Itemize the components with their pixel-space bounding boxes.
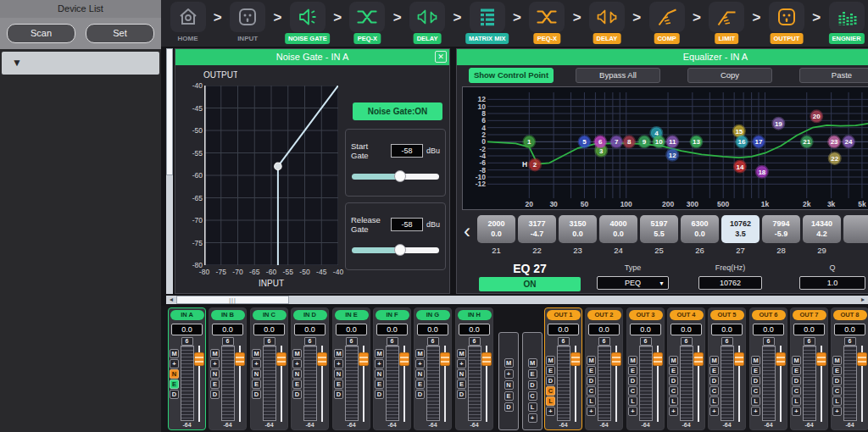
channel-button-e[interactable]: E — [546, 366, 555, 375]
toolbar-item-noise-gate[interactable]: NOISE GATE — [287, 2, 327, 47]
channel-button-d[interactable]: D — [210, 390, 220, 399]
channel-button-plus[interactable]: + — [334, 359, 343, 368]
channel-button-n[interactable]: N — [415, 369, 425, 379]
channel-button-d[interactable]: D — [375, 390, 384, 399]
channel-button-m[interactable]: M — [587, 356, 596, 365]
channel-gain-value[interactable]: 0.0 — [834, 324, 865, 335]
eq-band-cell-27[interactable]: 107623.5 — [721, 215, 760, 243]
channel-button-d[interactable]: D — [669, 376, 678, 385]
channel-button-m[interactable]: M — [628, 356, 637, 365]
eq-control-point-24[interactable]: 24 — [843, 136, 854, 147]
set-button[interactable]: Set — [86, 24, 154, 43]
eq-band-cell-29[interactable]: 143404.2 — [803, 215, 841, 243]
channel-button-e[interactable]: E — [210, 379, 220, 389]
fader-handle[interactable] — [359, 352, 369, 366]
toolbar-item-delay[interactable]: DELAY — [408, 2, 448, 47]
fader-handle[interactable] — [653, 352, 663, 366]
channel-button-d[interactable]: D — [709, 376, 719, 385]
eq-control-point-11[interactable]: 11 — [667, 136, 678, 147]
channel-strip-in-f[interactable]: IN F0.0M+NED6-64 — [373, 307, 411, 430]
channel-button-e[interactable]: E — [415, 379, 425, 389]
fader-handle[interactable] — [570, 352, 581, 366]
channel-button-m[interactable]: M — [415, 349, 425, 358]
channel-button-e[interactable]: E — [832, 366, 842, 375]
channel-button-m[interactable]: M — [170, 349, 179, 358]
channel-button-plus[interactable]: + — [375, 359, 384, 368]
fader-handle[interactable] — [317, 352, 327, 366]
noise-gate-power-button[interactable]: Noise Gate:ON — [353, 102, 442, 120]
eq-control-point-20[interactable]: 20 — [811, 111, 822, 122]
channel-button-plus[interactable]: + — [415, 359, 425, 368]
channel-gain-value[interactable]: 0.0 — [212, 324, 243, 335]
band-on-button[interactable]: ON — [479, 277, 581, 291]
channel-button-m[interactable]: M — [375, 349, 384, 358]
show-control-point-button[interactable]: Show Control Point — [469, 68, 554, 83]
channel-gain-value[interactable]: 0.0 — [793, 324, 825, 335]
channel-button-l[interactable]: L — [709, 396, 719, 406]
channel-button-c[interactable]: C — [751, 386, 760, 396]
master-button-e[interactable]: E — [528, 369, 537, 379]
toolbar-item-delay[interactable]: DELAY — [587, 2, 626, 47]
eq-control-point-18[interactable]: 18 — [756, 166, 767, 177]
channel-strip-in-e[interactable]: IN E0.0M+NED6-64 — [332, 307, 370, 430]
noise-gate-plot[interactable] — [204, 86, 338, 265]
eq-control-point-23[interactable]: 23 — [829, 136, 840, 147]
toolbar-item-output[interactable]: OUTPUT — [766, 2, 806, 47]
freq-field[interactable]: 10762 — [698, 276, 762, 290]
channel-gain-value[interactable]: 0.0 — [417, 324, 448, 335]
toolbar-item-peq-x[interactable]: PEQ-X — [527, 2, 567, 47]
channel-button-d[interactable]: D — [457, 390, 466, 399]
channel-button-m[interactable]: M — [457, 349, 466, 358]
channel-button-plus[interactable]: + — [709, 407, 719, 416]
bands-scroll-left-icon[interactable]: ‹ — [464, 219, 470, 244]
release-gate-slider[interactable] — [352, 247, 439, 253]
channel-button-e[interactable]: E — [375, 379, 384, 389]
channel-button-n[interactable]: N — [210, 369, 220, 379]
channel-button-e[interactable]: E — [709, 366, 719, 375]
master-button-plus[interactable]: + — [504, 369, 514, 379]
fader-handle[interactable] — [399, 352, 409, 366]
start-gate-value[interactable]: -58 — [391, 144, 423, 158]
eq-graph[interactable]: 121086420-2-4-6-8-10-12 1H23567894101112… — [462, 86, 868, 210]
channel-strip-in-d[interactable]: IN D0.0M+NED6-64 — [291, 307, 329, 430]
channel-strip-out-7[interactable]: OUT 70.0MEDCL+6-64 — [790, 307, 828, 430]
channel-button-c[interactable]: C — [709, 386, 719, 396]
eq-band-cell-23[interactable]: 31500.0 — [559, 215, 597, 243]
fader-handle[interactable] — [235, 352, 245, 366]
channel-strip-in-h[interactable]: IN H0.0M+NED6-64 — [455, 307, 493, 430]
eq-band-cell-24[interactable]: 40000.0 — [599, 215, 637, 243]
channel-strip-in-c[interactable]: IN C0.0M+NED6-64 — [250, 307, 288, 430]
fader-handle[interactable] — [857, 352, 867, 366]
channel-button-e[interactable]: E — [170, 379, 179, 389]
channel-gain-value[interactable]: 0.0 — [670, 324, 702, 335]
channel-button-plus[interactable]: + — [587, 407, 596, 416]
eq-control-point-9[interactable]: 9 — [639, 136, 650, 147]
scan-button[interactable]: Scan — [7, 24, 75, 43]
bypass-all-button[interactable]: Bypass All — [576, 68, 660, 83]
channel-button-plus[interactable]: + — [170, 359, 179, 368]
release-gate-slider-thumb[interactable] — [394, 244, 406, 256]
vertical-scrollbar-thumb[interactable] — [166, 48, 173, 175]
fader-handle[interactable] — [481, 352, 492, 366]
channel-button-plus[interactable]: + — [210, 359, 220, 368]
eq-band-cell[interactable] — [843, 215, 868, 243]
channel-button-d[interactable]: D — [628, 376, 637, 385]
channel-button-d[interactable]: D — [587, 376, 596, 385]
channel-button-n[interactable]: N — [292, 369, 302, 379]
eq-control-point-21[interactable]: 21 — [801, 136, 812, 147]
channel-strip-in-g[interactable]: IN G0.0M+NED6-64 — [414, 307, 452, 430]
channel-strip-out-8[interactable]: OUT 80.0MEDCL+6-64 — [831, 307, 868, 430]
channel-button-m[interactable]: M — [546, 356, 555, 365]
channel-button-e[interactable]: E — [252, 379, 261, 389]
fader-handle[interactable] — [440, 352, 450, 366]
toolbar-item-matrix-mix[interactable]: MATRIX MIX — [467, 2, 507, 47]
eq-control-point-22[interactable]: 22 — [829, 152, 840, 163]
eq-control-point-10[interactable]: 10 — [654, 136, 665, 147]
master-button-d[interactable]: D — [504, 402, 514, 412]
channel-gain-value[interactable]: 0.0 — [171, 324, 203, 335]
toolbar-item-peq-x[interactable]: PEQ-X — [348, 2, 387, 47]
channel-gain-value[interactable]: 0.0 — [459, 324, 490, 335]
start-gate-slider-thumb[interactable] — [394, 170, 406, 182]
channel-button-d[interactable]: D — [832, 376, 842, 385]
eq-band-cell-28[interactable]: 7994-5.9 — [762, 215, 800, 243]
